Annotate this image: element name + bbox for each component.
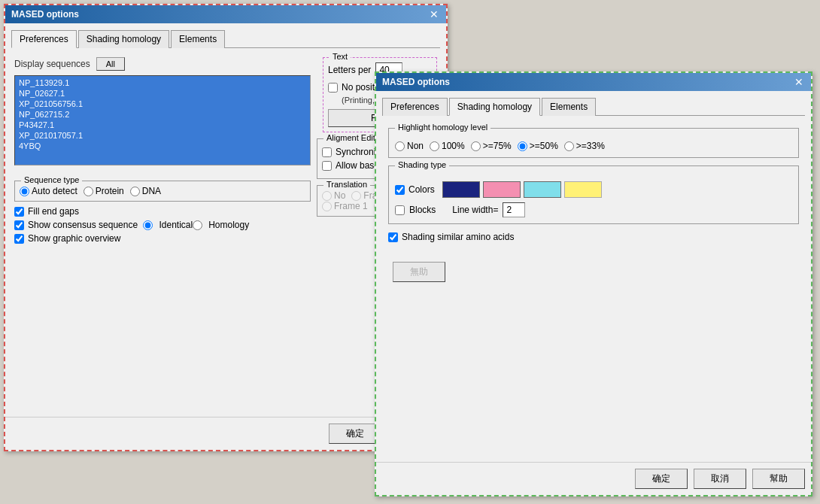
window2: MASED options ✕ Preferences Shading homo… <box>375 71 812 496</box>
line-width-label: Line width= <box>452 205 498 215</box>
colors-checkbox[interactable] <box>395 185 405 195</box>
all-button[interactable]: All <box>96 57 125 71</box>
shading-type-legend: Shading type <box>395 160 449 169</box>
window1-titlebar: MASED options ✕ <box>5 5 446 23</box>
show-consensus-checkbox[interactable] <box>14 220 24 230</box>
display-sequences-label: Display sequences <box>14 59 90 69</box>
shading-similar-row: Shading similar amino acids <box>388 232 799 242</box>
show-graphic-row: Show graphic overview <box>14 233 311 244</box>
translation-legend: Translation <box>323 180 370 189</box>
window1-confirm-button[interactable]: 确定 <box>329 424 381 444</box>
window2-title: MASED options <box>382 77 450 87</box>
text-group-legend: Text <box>330 52 351 61</box>
tab-elements-w1[interactable]: Elements <box>171 30 225 48</box>
auto-detect-radio[interactable] <box>20 187 29 196</box>
window2-footer: 确定 取消 幫助 <box>376 462 811 495</box>
seq-item[interactable]: P43427.1 <box>17 120 308 130</box>
sequence-list[interactable]: NP_113929.1 NP_02627.1 XP_021056756.1 NP… <box>14 75 311 165</box>
window2-confirm-button[interactable]: 确定 <box>635 469 688 489</box>
level-75-radio[interactable] <box>471 141 481 151</box>
sync-gaps-checkbox[interactable] <box>322 147 332 157</box>
seq-item[interactable]: XP_021056756.1 <box>17 99 308 109</box>
letters-per-label: Letters per <box>328 65 371 75</box>
level-non[interactable]: Non <box>395 141 424 151</box>
dna-radio[interactable] <box>130 187 140 196</box>
tab-preferences-w1[interactable]: Preferences <box>11 30 77 48</box>
highlight-level-group: Highlight homology level Non 100% >=75% <box>388 128 799 158</box>
protein-radio[interactable] <box>84 187 93 196</box>
dna-label[interactable]: DNA <box>130 186 161 196</box>
show-graphic-checkbox[interactable] <box>14 234 24 244</box>
level-33[interactable]: >=33% <box>564 141 605 151</box>
show-consensus-row: Show consensus sequence Identical Homolo… <box>14 220 311 230</box>
line-width-input[interactable] <box>503 202 525 217</box>
fill-end-gaps-checkbox[interactable] <box>14 207 24 217</box>
frame1-radio <box>322 202 332 211</box>
color-swatch-4[interactable] <box>564 181 602 198</box>
window2-tabs: Preferences Shading homology Elements <box>382 97 805 116</box>
no-radio-label: No <box>322 190 345 201</box>
tab-elements-w2[interactable]: Elements <box>542 98 596 116</box>
fill-end-gaps-row: Fill end gaps <box>14 206 311 217</box>
level-50[interactable]: >=50% <box>518 141 558 151</box>
level-75[interactable]: >=75% <box>471 141 512 151</box>
homology-radio[interactable] <box>193 220 202 230</box>
shading-similar-checkbox[interactable] <box>388 232 398 242</box>
window1-tabs: Preferences Shading homology Elements <box>11 29 440 48</box>
window1-close-button[interactable]: ✕ <box>428 9 440 20</box>
no-position-checkbox[interactable] <box>328 83 338 93</box>
homology-label[interactable]: Homology <box>193 220 249 230</box>
window2-close-button[interactable]: ✕ <box>793 77 805 87</box>
level-33-radio[interactable] <box>564 141 574 151</box>
window2-titlebar: MASED options ✕ <box>376 73 811 91</box>
level-100-radio[interactable] <box>430 141 439 151</box>
colors-row: Colors <box>395 181 792 198</box>
window1-left: Display sequences All NP_113929.1 NP_026… <box>14 57 311 247</box>
window2-help-button[interactable]: 幫助 <box>752 469 805 489</box>
tab-shading-w1[interactable]: Shading homology <box>78 30 169 48</box>
color-swatch-3[interactable] <box>524 181 561 198</box>
allow-base-checkbox[interactable] <box>322 161 332 171</box>
blocks-label: Blocks <box>409 205 436 215</box>
blocks-checkbox[interactable] <box>395 205 405 215</box>
disabled-button: 無助 <box>393 262 445 282</box>
highlight-level-legend: Highlight homology level <box>395 123 490 132</box>
alignment-edit-legend: Aligment Edit <box>323 133 378 142</box>
window2-cancel-button[interactable]: 取消 <box>694 469 746 489</box>
display-sequences-row: Display sequences All <box>14 57 311 71</box>
color-swatch-1[interactable] <box>442 181 480 198</box>
window2-content: Preferences Shading homology Elements Hi… <box>376 91 811 338</box>
auto-detect-label[interactable]: Auto detect <box>20 186 77 196</box>
sequence-type-radios: Auto detect Protein DNA <box>20 186 305 196</box>
tab-preferences-w2[interactable]: Preferences <box>382 98 448 116</box>
shading-similar-label: Shading similar amino acids <box>402 232 514 242</box>
level-non-radio[interactable] <box>395 141 405 151</box>
blocks-row: Blocks Line width= <box>395 202 792 217</box>
level-50-radio[interactable] <box>518 141 527 151</box>
seq-item[interactable]: XP_021017057.1 <box>17 130 308 141</box>
seq-item[interactable]: NP_02627.1 <box>17 88 308 99</box>
colors-label: Colors <box>408 184 435 195</box>
frame1-label: Frame 1 <box>322 201 368 211</box>
seq-item[interactable]: 4YBQ <box>17 141 308 151</box>
window1-title: MASED options <box>11 9 79 20</box>
window2-main: Highlight homology level Non 100% >=75% <box>382 122 805 332</box>
shading-type-group: Shading type Colors Blocks Line width= <box>388 165 799 224</box>
color-swatch-2[interactable] <box>483 181 521 198</box>
protein-label[interactable]: Protein <box>84 186 124 196</box>
frame2-radio <box>351 191 361 201</box>
sequence-type-legend: Sequence type <box>21 175 82 184</box>
highlight-radios: Non 100% >=75% >=50% <box>395 141 792 151</box>
disabled-area: 無助 <box>388 257 799 287</box>
seq-item[interactable]: NP_062715.2 <box>17 109 308 120</box>
identical-label[interactable]: Identical <box>143 220 193 230</box>
tab-shading-w2[interactable]: Shading homology <box>449 98 540 116</box>
seq-item[interactable]: NP_113929.1 <box>17 77 308 88</box>
level-100[interactable]: 100% <box>430 141 465 151</box>
no-radio <box>322 191 332 201</box>
identical-radio[interactable] <box>143 220 153 230</box>
